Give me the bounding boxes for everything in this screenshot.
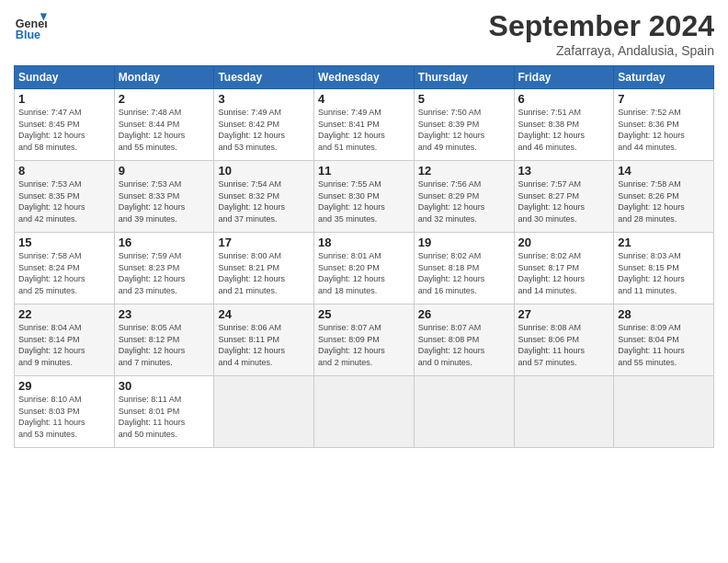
day-info: Sunrise: 8:00 AM Sunset: 8:21 PM Dayligh… — [218, 250, 310, 296]
day-info: Sunrise: 8:10 AM Sunset: 8:03 PM Dayligh… — [18, 394, 110, 440]
calendar-cell: 27Sunrise: 8:08 AM Sunset: 8:06 PM Dayli… — [514, 304, 614, 376]
day-number: 5 — [418, 92, 510, 106]
calendar-cell: 17Sunrise: 8:00 AM Sunset: 8:21 PM Dayli… — [214, 233, 314, 304]
day-info: Sunrise: 7:53 AM Sunset: 8:33 PM Dayligh… — [119, 178, 210, 224]
calendar-table: Sunday Monday Tuesday Wednesday Thursday… — [14, 65, 714, 448]
calendar-cell: 10Sunrise: 7:54 AM Sunset: 8:32 PM Dayli… — [214, 161, 314, 233]
calendar-cell — [314, 376, 415, 448]
day-info: Sunrise: 7:59 AM Sunset: 8:23 PM Dayligh… — [119, 250, 210, 296]
calendar-week-0: 1Sunrise: 7:47 AM Sunset: 8:45 PM Daylig… — [15, 89, 714, 161]
day-info: Sunrise: 8:09 AM Sunset: 8:04 PM Dayligh… — [618, 322, 710, 368]
day-number: 7 — [618, 92, 710, 106]
month-title: September 2024 — [489, 9, 714, 43]
day-info: Sunrise: 8:11 AM Sunset: 8:01 PM Dayligh… — [119, 394, 210, 440]
calendar-week-2: 15Sunrise: 7:58 AM Sunset: 8:24 PM Dayli… — [15, 233, 714, 304]
header: General Blue September 2024 Zafarraya, A… — [14, 9, 714, 58]
col-saturday: Saturday — [614, 66, 714, 89]
calendar-cell: 30Sunrise: 8:11 AM Sunset: 8:01 PM Dayli… — [114, 376, 214, 448]
calendar-week-1: 8Sunrise: 7:53 AM Sunset: 8:35 PM Daylig… — [15, 161, 714, 233]
calendar-cell — [414, 376, 514, 448]
day-info: Sunrise: 7:58 AM Sunset: 8:26 PM Dayligh… — [618, 178, 710, 224]
calendar-cell: 25Sunrise: 8:07 AM Sunset: 8:09 PM Dayli… — [314, 304, 415, 376]
day-number: 2 — [119, 92, 210, 106]
day-info: Sunrise: 7:52 AM Sunset: 8:36 PM Dayligh… — [618, 107, 710, 153]
calendar-cell: 29Sunrise: 8:10 AM Sunset: 8:03 PM Dayli… — [15, 376, 115, 448]
day-number: 3 — [218, 92, 310, 106]
calendar-cell: 16Sunrise: 7:59 AM Sunset: 8:23 PM Dayli… — [114, 233, 214, 304]
day-info: Sunrise: 7:49 AM Sunset: 8:42 PM Dayligh… — [218, 107, 310, 153]
day-number: 11 — [318, 164, 410, 178]
day-info: Sunrise: 8:02 AM Sunset: 8:18 PM Dayligh… — [418, 250, 510, 296]
calendar-cell — [614, 376, 714, 448]
col-wednesday: Wednesday — [314, 66, 415, 89]
day-number: 28 — [618, 307, 710, 321]
calendar-cell: 21Sunrise: 8:03 AM Sunset: 8:15 PM Dayli… — [614, 233, 714, 304]
day-number: 30 — [119, 379, 210, 393]
calendar-cell: 20Sunrise: 8:02 AM Sunset: 8:17 PM Dayli… — [514, 233, 614, 304]
day-number: 1 — [18, 92, 110, 106]
col-friday: Friday — [514, 66, 614, 89]
calendar-cell: 6Sunrise: 7:51 AM Sunset: 8:38 PM Daylig… — [514, 89, 614, 161]
calendar-cell: 23Sunrise: 8:05 AM Sunset: 8:12 PM Dayli… — [114, 304, 214, 376]
col-thursday: Thursday — [414, 66, 514, 89]
day-info: Sunrise: 7:55 AM Sunset: 8:30 PM Dayligh… — [318, 178, 410, 224]
day-number: 22 — [18, 307, 110, 321]
day-info: Sunrise: 8:03 AM Sunset: 8:15 PM Dayligh… — [618, 250, 710, 296]
day-info: Sunrise: 7:47 AM Sunset: 8:45 PM Dayligh… — [18, 107, 110, 153]
day-number: 15 — [18, 236, 110, 249]
calendar-cell: 15Sunrise: 7:58 AM Sunset: 8:24 PM Dayli… — [15, 233, 115, 304]
day-number: 12 — [418, 164, 510, 178]
day-info: Sunrise: 8:02 AM Sunset: 8:17 PM Dayligh… — [518, 250, 610, 296]
day-info: Sunrise: 7:51 AM Sunset: 8:38 PM Dayligh… — [518, 107, 610, 153]
calendar-cell: 24Sunrise: 8:06 AM Sunset: 8:11 PM Dayli… — [214, 304, 314, 376]
calendar-cell: 2Sunrise: 7:48 AM Sunset: 8:44 PM Daylig… — [114, 89, 214, 161]
calendar-cell: 3Sunrise: 7:49 AM Sunset: 8:42 PM Daylig… — [214, 89, 314, 161]
logo: General Blue — [14, 9, 47, 42]
day-number: 26 — [418, 307, 510, 321]
location: Zafarraya, Andalusia, Spain — [489, 43, 714, 58]
day-info: Sunrise: 7:58 AM Sunset: 8:24 PM Dayligh… — [18, 250, 110, 296]
day-info: Sunrise: 8:08 AM Sunset: 8:06 PM Dayligh… — [518, 322, 610, 368]
page-container: General Blue September 2024 Zafarraya, A… — [0, 0, 728, 457]
calendar-cell: 5Sunrise: 7:50 AM Sunset: 8:39 PM Daylig… — [414, 89, 514, 161]
day-number: 4 — [318, 92, 410, 106]
day-number: 14 — [618, 164, 710, 178]
calendar-cell: 12Sunrise: 7:56 AM Sunset: 8:29 PM Dayli… — [414, 161, 514, 233]
day-info: Sunrise: 8:06 AM Sunset: 8:11 PM Dayligh… — [218, 322, 310, 368]
calendar-cell — [514, 376, 614, 448]
day-number: 18 — [318, 236, 410, 249]
calendar-cell: 4Sunrise: 7:49 AM Sunset: 8:41 PM Daylig… — [314, 89, 415, 161]
calendar-cell: 7Sunrise: 7:52 AM Sunset: 8:36 PM Daylig… — [614, 89, 714, 161]
day-info: Sunrise: 7:48 AM Sunset: 8:44 PM Dayligh… — [119, 107, 210, 153]
day-number: 8 — [18, 164, 110, 178]
day-info: Sunrise: 7:53 AM Sunset: 8:35 PM Dayligh… — [18, 178, 110, 224]
day-info: Sunrise: 7:49 AM Sunset: 8:41 PM Dayligh… — [318, 107, 410, 153]
calendar-cell: 11Sunrise: 7:55 AM Sunset: 8:30 PM Dayli… — [314, 161, 415, 233]
day-number: 27 — [518, 307, 610, 321]
col-sunday: Sunday — [15, 66, 115, 89]
calendar-cell: 13Sunrise: 7:57 AM Sunset: 8:27 PM Dayli… — [514, 161, 614, 233]
day-number: 17 — [218, 236, 310, 249]
day-info: Sunrise: 7:57 AM Sunset: 8:27 PM Dayligh… — [518, 178, 610, 224]
day-info: Sunrise: 8:07 AM Sunset: 8:09 PM Dayligh… — [318, 322, 410, 368]
day-number: 29 — [18, 379, 110, 393]
title-block: September 2024 Zafarraya, Andalusia, Spa… — [489, 9, 714, 58]
day-number: 20 — [518, 236, 610, 249]
calendar-cell: 18Sunrise: 8:01 AM Sunset: 8:20 PM Dayli… — [314, 233, 415, 304]
col-monday: Monday — [114, 66, 214, 89]
calendar-cell: 9Sunrise: 7:53 AM Sunset: 8:33 PM Daylig… — [114, 161, 214, 233]
day-number: 13 — [518, 164, 610, 178]
day-number: 24 — [218, 307, 310, 321]
day-info: Sunrise: 7:50 AM Sunset: 8:39 PM Dayligh… — [418, 107, 510, 153]
calendar-cell: 28Sunrise: 8:09 AM Sunset: 8:04 PM Dayli… — [614, 304, 714, 376]
day-number: 16 — [119, 236, 210, 249]
day-info: Sunrise: 8:01 AM Sunset: 8:20 PM Dayligh… — [318, 250, 410, 296]
header-row: Sunday Monday Tuesday Wednesday Thursday… — [15, 66, 714, 89]
calendar-cell: 22Sunrise: 8:04 AM Sunset: 8:14 PM Dayli… — [15, 304, 115, 376]
calendar-cell: 8Sunrise: 7:53 AM Sunset: 8:35 PM Daylig… — [15, 161, 115, 233]
calendar-week-4: 29Sunrise: 8:10 AM Sunset: 8:03 PM Dayli… — [15, 376, 714, 448]
day-info: Sunrise: 8:07 AM Sunset: 8:08 PM Dayligh… — [418, 322, 510, 368]
day-number: 25 — [318, 307, 410, 321]
day-info: Sunrise: 7:54 AM Sunset: 8:32 PM Dayligh… — [218, 178, 310, 224]
day-number: 6 — [518, 92, 610, 106]
